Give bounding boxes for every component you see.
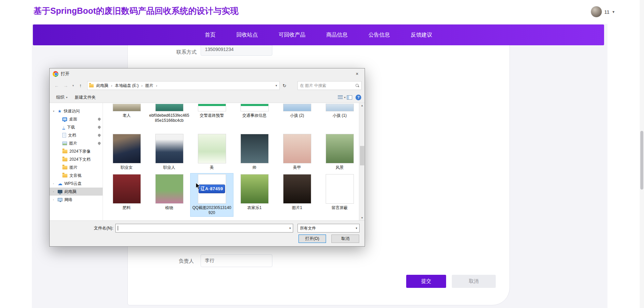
file-item[interactable]: 职业人 xyxy=(148,133,191,171)
text-caret xyxy=(118,226,118,230)
network-icon xyxy=(58,198,62,201)
chevron-collapsed-icon: › xyxy=(53,190,54,193)
nav-item-feedback[interactable]: 反馈建议 xyxy=(411,32,432,39)
manager-input[interactable]: 李行 xyxy=(201,254,272,267)
chevron-collapsed-icon: › xyxy=(53,198,54,201)
nav-item-announcements[interactable]: 公告信息 xyxy=(369,32,390,39)
file-item[interactable]: 职业女 xyxy=(105,133,148,171)
file-item[interactable]: 小孩 (1) xyxy=(318,103,361,124)
scroll-up-icon[interactable]: ▲ xyxy=(359,103,365,108)
forward-icon[interactable]: → xyxy=(62,82,70,90)
filename-label: 文件名(N): xyxy=(86,225,113,231)
sidebar-item-network[interactable]: › 网络 xyxy=(50,196,103,204)
file-item[interactable]: 美 xyxy=(191,133,233,171)
view-mode-icon[interactable] xyxy=(338,95,343,100)
chevron-down-icon: ▼ xyxy=(612,10,615,14)
folder-icon xyxy=(62,174,67,177)
scroll-down-icon[interactable]: ▼ xyxy=(359,215,365,220)
dialog-body: ▾ ★ 快速访问 桌面 ↓ 下载 文档 图片 xyxy=(50,103,365,220)
organize-button[interactable]: 组织 ▾ xyxy=(53,93,70,102)
submit-button[interactable]: 提交 xyxy=(406,275,446,288)
sidebar-item-pictures[interactable]: 图片 xyxy=(50,139,103,147)
file-thumbnail xyxy=(198,134,226,163)
page-scrollbar-thumb[interactable] xyxy=(640,131,643,190)
breadcrumb-separator-icon: › xyxy=(111,84,113,88)
pin-icon xyxy=(97,141,101,145)
user-menu[interactable]: 11 ▼ xyxy=(591,6,615,17)
sidebar-item-2024-docs[interactable]: 2024下文档 xyxy=(50,155,103,163)
sidebar-item-pictures-folder[interactable]: 图片 xyxy=(50,163,103,171)
filetype-select[interactable]: 所有文件 ▾ xyxy=(298,224,360,233)
chevron-down-icon: ▾ xyxy=(66,96,67,99)
file-thumbnail xyxy=(326,104,354,111)
file-thumbnail xyxy=(113,104,141,111)
address-bar[interactable]: 此电脑 › 本地磁盘 (E:) › 图片 › ▾ xyxy=(87,81,280,90)
file-item[interactable]: 风景 xyxy=(318,133,361,171)
filename-input[interactable]: ▾ xyxy=(115,224,293,233)
contact-value: 13509091234 xyxy=(205,47,234,52)
folder-icon xyxy=(89,84,94,87)
up-icon[interactable]: ↑ xyxy=(76,82,85,90)
open-button[interactable]: 打开(O) xyxy=(299,235,326,243)
file-thumbnail xyxy=(113,174,141,204)
view-mode-dropdown-icon[interactable]: ▾ xyxy=(344,96,345,99)
address-dropdown-icon[interactable]: ▾ xyxy=(275,84,278,87)
sidebar-item-wps-cloud[interactable]: › ☁ WPS云盘 xyxy=(50,179,103,188)
file-row: 肥料 植物 辽A·87459 QQ截图20230513140920 农家乐1 xyxy=(105,173,361,216)
file-scrollbar-thumb[interactable] xyxy=(360,146,364,165)
new-folder-button[interactable]: 新建文件夹 xyxy=(72,93,99,102)
sidebar-item-2024-videos[interactable]: 2024下录像 xyxy=(50,147,103,155)
download-icon: ↓ xyxy=(62,125,65,130)
file-item[interactable]: ebf0debed6153fec46585e15166bc4cb xyxy=(148,103,191,124)
sidebar-item-desktop[interactable]: 桌面 xyxy=(50,115,103,123)
file-item[interactable]: 小孩 (2) xyxy=(276,103,318,124)
search-input[interactable] xyxy=(300,83,355,88)
form-cancel-button[interactable]: 取消 xyxy=(452,275,496,288)
dialog-footer: 文件名(N): ▾ 所有文件 ▾ 打开(O) 取消 xyxy=(50,220,365,246)
recent-locations-icon[interactable]: ▾ xyxy=(71,82,75,90)
breadcrumb-pictures[interactable]: 图片 xyxy=(144,82,155,89)
refresh-icon[interactable]: ↻ xyxy=(281,82,288,90)
dialog-titlebar[interactable]: 打开 × xyxy=(50,68,365,79)
file-item[interactable]: 帅 xyxy=(233,133,276,171)
sidebar-item-quick-access[interactable]: ▾ ★ 快速访问 xyxy=(50,107,103,115)
nav-item-home[interactable]: 首页 xyxy=(205,32,216,39)
back-icon[interactable]: ← xyxy=(53,82,61,90)
sidebar-item-media-folder[interactable]: 文音视 xyxy=(50,171,103,179)
file-item[interactable]: 美甲 xyxy=(276,133,318,171)
file-item[interactable]: 留言屏蔽 xyxy=(318,173,361,216)
sidebar-item-documents[interactable]: 文档 xyxy=(50,131,103,139)
search-icon[interactable] xyxy=(355,84,359,88)
file-item[interactable]: 植物 xyxy=(148,173,191,216)
sidebar-item-this-pc[interactable]: › 此电脑 xyxy=(50,188,103,196)
file-list-scrollbar[interactable]: ▲ ▼ xyxy=(359,103,365,220)
preview-pane-icon[interactable] xyxy=(347,95,352,100)
file-thumbnail xyxy=(240,134,269,163)
help-icon[interactable]: ? xyxy=(356,95,361,100)
chevron-down-icon[interactable]: ▾ xyxy=(289,226,291,230)
chevron-expanded-icon: ▾ xyxy=(53,110,54,113)
file-item[interactable]: 农家乐1 xyxy=(233,173,276,216)
file-thumbnail xyxy=(198,104,226,111)
breadcrumb-this-pc[interactable]: 此电脑 xyxy=(95,82,110,89)
file-item[interactable]: 交通事故信息 xyxy=(233,103,276,124)
pin-icon xyxy=(97,125,101,129)
dialog-cancel-button[interactable]: 取消 xyxy=(331,235,359,243)
breadcrumb-local-disk-e[interactable]: 本地磁盘 (E:) xyxy=(113,82,141,89)
mouse-cursor xyxy=(196,183,201,190)
file-item-selected[interactable]: 辽A·87459 QQ截图20230513140920 xyxy=(191,173,233,216)
chevron-collapsed-icon: › xyxy=(53,182,54,185)
file-item[interactable]: 肥料 xyxy=(105,173,148,216)
file-item[interactable]: 交警道路预警 xyxy=(191,103,233,124)
page-scrollbar[interactable] xyxy=(640,0,644,308)
nav-item-recyclable-products[interactable]: 可回收产品 xyxy=(279,32,306,39)
nav-item-goods-info[interactable]: 商品信息 xyxy=(326,32,348,39)
nav-item-recycle-sites[interactable]: 回收站点 xyxy=(236,32,258,39)
file-item[interactable]: 老人 xyxy=(105,103,148,124)
file-item[interactable]: 图片1 xyxy=(276,173,318,216)
file-row: 职业女 职业人 美 帅 美甲 xyxy=(105,133,361,171)
close-icon[interactable]: × xyxy=(350,68,365,79)
avatar[interactable] xyxy=(591,6,602,17)
dialog-toolbar: 组织 ▾ 新建文件夹 ▾ ? xyxy=(50,92,365,103)
sidebar-item-downloads[interactable]: ↓ 下载 xyxy=(50,123,103,131)
